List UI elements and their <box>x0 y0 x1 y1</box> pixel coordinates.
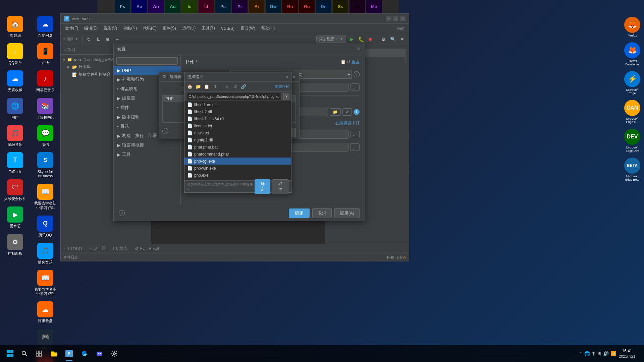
chooser-file-item[interactable]: 📄php.exe <box>184 172 291 179</box>
menu-window[interactable]: 窗口(W) <box>238 24 258 32</box>
chooser-cancel-btn[interactable]: 取消 <box>272 179 288 194</box>
chooser-refresh-btn[interactable]: ↺ <box>231 83 239 90</box>
chooser-file-item[interactable]: 📄libssl-1_1-x64.dll <box>184 115 291 122</box>
taskbar-chat-btn[interactable] <box>93 347 106 360</box>
settings-group-tools[interactable]: ▶ 工具 <box>114 150 180 159</box>
chooser-link-btn[interactable]: 🔗 <box>240 83 247 90</box>
php-settings-icon1[interactable]: 📋 <box>340 59 346 65</box>
chooser-confirm-btn[interactable]: 确定 <box>255 179 270 194</box>
app-an[interactable]: An <box>148 0 164 13</box>
ide-close-btn[interactable]: ✕ <box>400 16 406 21</box>
chooser-path-input[interactable] <box>186 93 282 100</box>
toolbar-sort[interactable]: ⇅ <box>94 35 102 43</box>
app-ic[interactable]: Ic <box>182 0 197 13</box>
app-pr[interactable]: Pr <box>232 0 248 13</box>
menu-edit[interactable]: 编辑(E) <box>82 24 100 32</box>
cli-close-btn[interactable]: ✕ <box>292 75 296 79</box>
hide-path-label[interactable]: 隐藏路径 <box>275 84 289 89</box>
desktop-icon-baidu[interactable]: ☁ 百度网盘 <box>30 13 60 41</box>
ide-minimize-btn[interactable]: − <box>386 16 391 21</box>
app-ps[interactable]: Ps <box>115 0 130 13</box>
chooser-up-btn[interactable]: ⬆ <box>211 83 219 90</box>
cli-add-btn[interactable]: + <box>162 85 170 93</box>
statusbar-php-version[interactable]: PHP: 5.6 ⚠ <box>387 255 406 259</box>
bottom-tab-problems[interactable]: ⚠ 0 问题 <box>87 245 108 252</box>
menu-file[interactable]: 文件(F) <box>62 24 81 32</box>
taskbar-start-btn[interactable] <box>3 347 17 360</box>
settings-confirm-btn[interactable]: 确定 <box>289 208 310 218</box>
desktop-icon-todesk[interactable]: T ToDesk <box>0 149 30 177</box>
desktop-icon-aliyundisk[interactable]: ☁ 阿里云盘 <box>30 299 60 326</box>
chooser-file-item[interactable]: 📄libssh2.dll <box>184 108 291 115</box>
desktop-icon-taozhihua[interactable]: 🏠 淘智华 <box>0 13 30 41</box>
statusbar-event-log[interactable]: 事件日志 <box>63 255 78 260</box>
cli-remove-btn[interactable]: − <box>171 85 178 93</box>
toolbar-search[interactable]: 🔍 <box>389 35 397 43</box>
chooser-file-item[interactable]: 📄php-win.exe <box>184 165 291 172</box>
php-reset-link[interactable]: 重置 <box>352 59 360 65</box>
desktop-icon-wechat[interactable]: 💬 微信 <box>30 122 60 149</box>
config-info-icon[interactable]: ℹ <box>354 109 360 115</box>
desktop-icon-iqiyi[interactable]: ▶ 爱奇艺 <box>0 204 30 231</box>
settings-group-lang[interactable]: ▶ 语言和框架 <box>114 140 180 150</box>
app-au[interactable]: Au <box>165 0 180 13</box>
settings-apply-btn[interactable]: 应用(A) <box>334 208 360 218</box>
bottom-tab-todo[interactable]: ☑ TODO <box>63 245 84 252</box>
config-file-refresh-btn[interactable]: ↺ <box>342 108 352 116</box>
taskbar-search-btn[interactable] <box>18 348 31 360</box>
taskbar-edge-btn[interactable] <box>77 347 91 360</box>
config-file-open-btn[interactable]: 📁 <box>330 108 341 116</box>
edge-canary-icon[interactable]: CAN Microsoft Edge C... <box>622 98 642 125</box>
chooser-file-item[interactable]: 📄php-cgi.exe <box>184 158 291 165</box>
desktop-icon-studymaterial2[interactable]: 📖 我要当学者高中学习资料 <box>30 267 60 299</box>
project-selector[interactable]: ≡ 项目 ▼ <box>63 37 78 42</box>
app-ps2[interactable]: Ps <box>215 0 231 13</box>
run-config-selector[interactable]: 添加配置... ▼ <box>316 36 346 43</box>
taskbar-volume-icon[interactable]: 🔊 <box>603 351 609 356</box>
taskbar-arrow-up[interactable]: ⌃ <box>579 351 583 356</box>
desktop-icon-qqtencent[interactable]: Q 腾讯QQ <box>30 213 60 240</box>
desktop-icon-studymaterial1[interactable]: 📖 我要当学者初中学习资料 <box>30 181 60 213</box>
php-settings-icon2[interactable]: ↺ <box>347 59 351 65</box>
menu-refactor[interactable]: 重构(S) <box>160 24 179 32</box>
desktop-icon-computerbooks[interactable]: 📚 计算机书籍 <box>30 95 60 122</box>
desktop-icon-network[interactable]: 🌐 网络 <box>0 95 30 122</box>
chooser-close-btn[interactable]: ✕ <box>285 75 288 79</box>
chooser-file-item[interactable]: 📄nghttp2.dll <box>184 136 291 143</box>
cli-interpreter-edit-btn[interactable]: ... <box>350 83 360 91</box>
edge-beta-icon[interactable]: BETA Microsoft Edge Beta <box>622 156 642 183</box>
chooser-delete-btn[interactable]: ✕ <box>223 83 230 90</box>
menu-view[interactable]: 视图(V) <box>101 24 120 32</box>
test-btn2[interactable]: ... <box>350 143 360 151</box>
desktop-icon-qqmusic[interactable]: ♪ QQ音乐 <box>0 41 30 68</box>
toolbar-stop[interactable]: ■ <box>366 35 374 43</box>
app-id[interactable]: Id <box>199 0 214 13</box>
desktop-icon-kugoumusic[interactable]: 🎵 酷狗音乐 <box>30 240 60 267</box>
settings-search-input[interactable] <box>116 57 178 65</box>
menu-vcs[interactable]: VCS(S) <box>218 25 237 32</box>
taskbar-wifi-icon[interactable]: 📶 <box>610 351 616 356</box>
settings-close-btn[interactable]: ✕ <box>356 46 361 52</box>
bottom-tab-warnings[interactable]: ℹ 0 续告 <box>111 245 129 252</box>
desktop-icon-tianyicollect[interactable]: ☁ 天翼收藏 <box>0 68 30 95</box>
desktop-icon-rongrongmusic[interactable]: 🎵 融融音乐 <box>0 122 30 149</box>
chooser-copy-btn[interactable]: 📋 <box>203 83 210 90</box>
app-ai[interactable]: Ai <box>249 0 264 13</box>
app-ch[interactable]: Ch <box>350 0 365 13</box>
toolbar-settings-btn[interactable]: ⚙ <box>379 35 387 43</box>
edge-icon[interactable]: ⚡ Microsoft Edge <box>622 69 642 97</box>
debug-open-link[interactable]: 在编辑器中打 <box>335 120 360 126</box>
chooser-file-item[interactable]: 📄license.txt <box>184 122 291 129</box>
toolbar-more[interactable]: ≡ <box>398 35 406 43</box>
app-ss[interactable]: Ss <box>333 0 348 13</box>
toolbar-sync[interactable]: ↻ <box>85 35 93 43</box>
toolbar-run[interactable]: ▶ <box>347 35 356 43</box>
toolbar-expand[interactable]: ⊕ <box>104 35 112 43</box>
taskbar-settings-btn[interactable] <box>108 347 121 360</box>
taskbar-network-icon[interactable]: 🌐 <box>584 351 590 356</box>
toolbar-collapse[interactable]: − <box>113 35 121 43</box>
app-ae[interactable]: Ae <box>131 0 147 13</box>
app-ru2[interactable]: Ru <box>299 0 315 13</box>
chooser-home-btn[interactable]: 🏠 <box>186 83 194 90</box>
taskbar-ide-btn[interactable]: P <box>62 347 76 360</box>
